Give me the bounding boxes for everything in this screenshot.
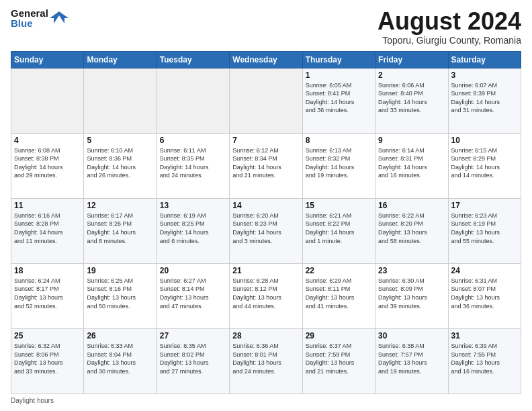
day-number: 26 bbox=[87, 331, 153, 340]
calendar-cell: 21Sunrise: 6:28 AMSunset: 8:12 PMDayligh… bbox=[230, 263, 302, 328]
day-info: Sunrise: 6:35 AMSunset: 8:02 PMDaylight:… bbox=[160, 342, 226, 375]
day-number: 3 bbox=[451, 71, 518, 80]
calendar-cell: 4Sunrise: 6:08 AMSunset: 8:38 PMDaylight… bbox=[11, 133, 84, 198]
week-row-4: 18Sunrise: 6:24 AMSunset: 8:17 PMDayligh… bbox=[11, 263, 521, 328]
calendar-cell: 18Sunrise: 6:24 AMSunset: 8:17 PMDayligh… bbox=[11, 263, 84, 328]
day-info: Sunrise: 6:22 AMSunset: 8:20 PMDaylight:… bbox=[378, 212, 445, 245]
day-number: 21 bbox=[232, 266, 299, 275]
day-info: Sunrise: 6:27 AMSunset: 8:14 PMDaylight:… bbox=[160, 277, 226, 310]
day-number: 20 bbox=[160, 266, 226, 275]
calendar-cell: 3Sunrise: 6:07 AMSunset: 8:39 PMDaylight… bbox=[448, 68, 521, 133]
calendar-cell: 13Sunrise: 6:19 AMSunset: 8:25 PMDayligh… bbox=[157, 198, 229, 263]
footer: Daylight hours bbox=[11, 397, 521, 404]
day-info: Sunrise: 6:06 AMSunset: 8:40 PMDaylight:… bbox=[378, 81, 445, 115]
day-info: Sunrise: 6:30 AMSunset: 8:09 PMDaylight:… bbox=[378, 277, 445, 310]
day-info: Sunrise: 6:39 AMSunset: 7:55 PMDaylight:… bbox=[451, 342, 518, 375]
calendar-cell bbox=[157, 68, 229, 133]
day-number: 11 bbox=[14, 201, 81, 210]
week-row-3: 11Sunrise: 6:16 AMSunset: 8:28 PMDayligh… bbox=[11, 198, 521, 263]
calendar-cell: 24Sunrise: 6:31 AMSunset: 8:07 PMDayligh… bbox=[448, 263, 521, 328]
day-number: 12 bbox=[87, 201, 153, 210]
page: General Blue August 2024 Toporu, Giurgiu… bbox=[0, 0, 532, 411]
subtitle: Toporu, Giurgiu County, Romania bbox=[378, 35, 521, 46]
day-info: Sunrise: 6:08 AMSunset: 8:38 PMDaylight:… bbox=[14, 146, 81, 180]
day-number: 24 bbox=[451, 266, 518, 275]
day-info: Sunrise: 6:31 AMSunset: 8:07 PMDaylight:… bbox=[451, 277, 518, 310]
day-info: Sunrise: 6:19 AMSunset: 8:25 PMDaylight:… bbox=[160, 212, 226, 245]
day-number: 25 bbox=[14, 331, 81, 340]
calendar-cell: 6Sunrise: 6:11 AMSunset: 8:35 PMDaylight… bbox=[157, 133, 229, 198]
col-friday: Friday bbox=[375, 51, 448, 68]
col-tuesday: Tuesday bbox=[157, 51, 229, 68]
day-number: 29 bbox=[306, 331, 372, 340]
day-number: 17 bbox=[451, 201, 518, 210]
day-info: Sunrise: 6:20 AMSunset: 8:23 PMDaylight:… bbox=[232, 212, 299, 245]
day-info: Sunrise: 6:07 AMSunset: 8:39 PMDaylight:… bbox=[451, 81, 518, 115]
calendar-cell: 8Sunrise: 6:13 AMSunset: 8:32 PMDaylight… bbox=[302, 133, 375, 198]
week-row-5: 25Sunrise: 6:32 AMSunset: 8:06 PMDayligh… bbox=[11, 328, 521, 394]
day-number: 6 bbox=[160, 136, 226, 145]
col-monday: Monday bbox=[84, 51, 157, 68]
calendar-cell: 22Sunrise: 6:29 AMSunset: 8:11 PMDayligh… bbox=[302, 263, 375, 328]
day-number: 27 bbox=[160, 331, 226, 340]
logo: General Blue bbox=[11, 8, 69, 28]
col-thursday: Thursday bbox=[302, 51, 375, 68]
day-number: 15 bbox=[306, 201, 372, 210]
calendar-cell bbox=[11, 68, 84, 133]
day-number: 30 bbox=[378, 331, 445, 340]
calendar-cell: 7Sunrise: 6:12 AMSunset: 8:34 PMDaylight… bbox=[230, 133, 302, 198]
calendar-cell: 5Sunrise: 6:10 AMSunset: 8:36 PMDaylight… bbox=[84, 133, 157, 198]
logo-general: General bbox=[11, 8, 48, 18]
day-number: 19 bbox=[87, 266, 153, 275]
calendar-cell bbox=[84, 68, 157, 133]
header: General Blue August 2024 Toporu, Giurgiu… bbox=[11, 8, 521, 46]
calendar-cell: 20Sunrise: 6:27 AMSunset: 8:14 PMDayligh… bbox=[157, 263, 229, 328]
calendar-cell: 25Sunrise: 6:32 AMSunset: 8:06 PMDayligh… bbox=[11, 328, 84, 394]
title-block: August 2024 Toporu, Giurgiu County, Roma… bbox=[378, 8, 521, 46]
col-wednesday: Wednesday bbox=[230, 51, 302, 68]
day-number: 22 bbox=[306, 266, 372, 275]
calendar-cell: 27Sunrise: 6:35 AMSunset: 8:02 PMDayligh… bbox=[157, 328, 229, 394]
calendar-cell: 28Sunrise: 6:36 AMSunset: 8:01 PMDayligh… bbox=[230, 328, 302, 394]
day-number: 7 bbox=[232, 136, 299, 145]
calendar-cell: 9Sunrise: 6:14 AMSunset: 8:31 PMDaylight… bbox=[375, 133, 448, 198]
day-number: 18 bbox=[14, 266, 81, 275]
day-info: Sunrise: 6:05 AMSunset: 8:41 PMDaylight:… bbox=[306, 81, 372, 115]
calendar-cell: 15Sunrise: 6:21 AMSunset: 8:22 PMDayligh… bbox=[302, 198, 375, 263]
day-info: Sunrise: 6:15 AMSunset: 8:29 PMDaylight:… bbox=[451, 146, 518, 180]
day-number: 4 bbox=[14, 136, 81, 145]
svg-marker-0 bbox=[50, 11, 69, 24]
week-row-2: 4Sunrise: 6:08 AMSunset: 8:38 PMDaylight… bbox=[11, 133, 521, 198]
day-info: Sunrise: 6:14 AMSunset: 8:31 PMDaylight:… bbox=[378, 146, 445, 180]
day-info: Sunrise: 6:37 AMSunset: 7:59 PMDaylight:… bbox=[306, 342, 372, 375]
calendar-cell: 10Sunrise: 6:15 AMSunset: 8:29 PMDayligh… bbox=[448, 133, 521, 198]
day-info: Sunrise: 6:21 AMSunset: 8:22 PMDaylight:… bbox=[306, 212, 372, 245]
calendar-cell: 14Sunrise: 6:20 AMSunset: 8:23 PMDayligh… bbox=[230, 198, 302, 263]
calendar-cell: 31Sunrise: 6:39 AMSunset: 7:55 PMDayligh… bbox=[448, 328, 521, 394]
day-number: 31 bbox=[451, 331, 518, 340]
day-info: Sunrise: 6:32 AMSunset: 8:06 PMDaylight:… bbox=[14, 342, 81, 375]
day-info: Sunrise: 6:36 AMSunset: 8:01 PMDaylight:… bbox=[232, 342, 299, 375]
day-number: 9 bbox=[378, 136, 445, 145]
col-saturday: Saturday bbox=[448, 51, 521, 68]
day-number: 14 bbox=[232, 201, 299, 210]
day-info: Sunrise: 6:25 AMSunset: 8:16 PMDaylight:… bbox=[87, 277, 153, 310]
footer-text: Daylight hours bbox=[11, 397, 54, 404]
calendar-cell: 29Sunrise: 6:37 AMSunset: 7:59 PMDayligh… bbox=[302, 328, 375, 394]
logo-blue: Blue bbox=[11, 18, 48, 28]
day-info: Sunrise: 6:23 AMSunset: 8:19 PMDaylight:… bbox=[451, 212, 518, 245]
calendar-cell: 1Sunrise: 6:05 AMSunset: 8:41 PMDaylight… bbox=[302, 68, 375, 133]
day-number: 5 bbox=[87, 136, 153, 145]
day-number: 10 bbox=[451, 136, 518, 145]
day-info: Sunrise: 6:38 AMSunset: 7:57 PMDaylight:… bbox=[378, 342, 445, 375]
col-sunday: Sunday bbox=[11, 51, 84, 68]
calendar: Sunday Monday Tuesday Wednesday Thursday… bbox=[11, 51, 521, 394]
day-info: Sunrise: 6:24 AMSunset: 8:17 PMDaylight:… bbox=[14, 277, 81, 310]
header-row: Sunday Monday Tuesday Wednesday Thursday… bbox=[11, 51, 521, 68]
day-number: 23 bbox=[378, 266, 445, 275]
day-info: Sunrise: 6:29 AMSunset: 8:11 PMDaylight:… bbox=[306, 277, 372, 310]
calendar-cell: 2Sunrise: 6:06 AMSunset: 8:40 PMDaylight… bbox=[375, 68, 448, 133]
calendar-cell: 19Sunrise: 6:25 AMSunset: 8:16 PMDayligh… bbox=[84, 263, 157, 328]
logo-wrap: General Blue bbox=[11, 8, 69, 28]
day-number: 16 bbox=[378, 201, 445, 210]
